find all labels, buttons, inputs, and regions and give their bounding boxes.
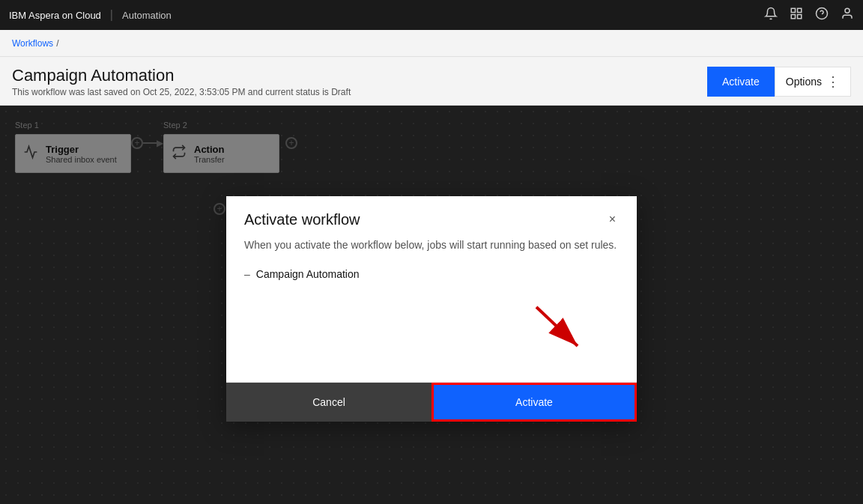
modal-activate-button[interactable]: Activate xyxy=(432,383,637,422)
svg-rect-0 xyxy=(791,8,795,12)
activate-workflow-modal: Activate workflow × When you activate th… xyxy=(226,196,637,421)
breadcrumb-workflows-link[interactable]: Workflows xyxy=(12,38,53,49)
modal-description: When you activate the workflow below, jo… xyxy=(244,237,619,253)
arrow-indicator xyxy=(244,292,619,367)
topnav-left: IBM Aspera on Cloud | Automation xyxy=(9,8,172,22)
workflow-canvas: Step 1 Trigger Shared inbox event + ▶ xyxy=(0,106,863,504)
page-header-left: Campaign Automation This workflow was la… xyxy=(12,66,351,97)
svg-line-8 xyxy=(536,307,578,346)
svg-point-6 xyxy=(845,8,850,13)
topnav-divider: | xyxy=(110,8,113,22)
modal-workflow-name: Campaign Automation xyxy=(256,268,360,280)
options-label: Options xyxy=(786,76,822,88)
topnav-right xyxy=(764,7,854,23)
page-header: Campaign Automation This workflow was la… xyxy=(0,57,863,106)
page-header-right: Activate Options ⋮ xyxy=(707,67,851,97)
modal-title: Activate workflow xyxy=(244,211,360,228)
modal-dash: – xyxy=(244,268,250,280)
topnav-section: Automation xyxy=(122,10,172,21)
breadcrumb: Workflows / xyxy=(0,30,863,57)
svg-rect-3 xyxy=(798,15,802,19)
notification-icon[interactable] xyxy=(764,7,778,23)
grid-icon[interactable] xyxy=(790,7,803,23)
breadcrumb-separator: / xyxy=(56,38,58,49)
brand-name: IBM Aspera on Cloud xyxy=(9,10,101,21)
modal-close-button[interactable]: × xyxy=(606,211,619,228)
modal-header: Activate workflow × xyxy=(226,196,637,237)
options-dots-icon: ⋮ xyxy=(826,73,840,90)
activate-button[interactable]: Activate xyxy=(707,67,775,97)
svg-rect-2 xyxy=(791,15,795,19)
modal-body: When you activate the workflow below, jo… xyxy=(226,237,637,382)
page-subtitle: This workflow was last saved on Oct 25, … xyxy=(12,87,351,97)
page-title: Campaign Automation xyxy=(12,66,351,85)
svg-rect-1 xyxy=(798,8,802,12)
modal-footer: Cancel Activate xyxy=(226,382,637,421)
modal-overlay: Activate workflow × When you activate th… xyxy=(0,106,863,504)
user-icon[interactable] xyxy=(841,7,854,23)
top-navigation: IBM Aspera on Cloud | Automation xyxy=(0,0,863,30)
help-icon[interactable] xyxy=(815,7,829,23)
cancel-button[interactable]: Cancel xyxy=(226,383,432,422)
modal-workflow-item: – Campaign Automation xyxy=(244,268,619,280)
options-button[interactable]: Options ⋮ xyxy=(775,67,851,97)
red-arrow-icon xyxy=(529,300,589,359)
